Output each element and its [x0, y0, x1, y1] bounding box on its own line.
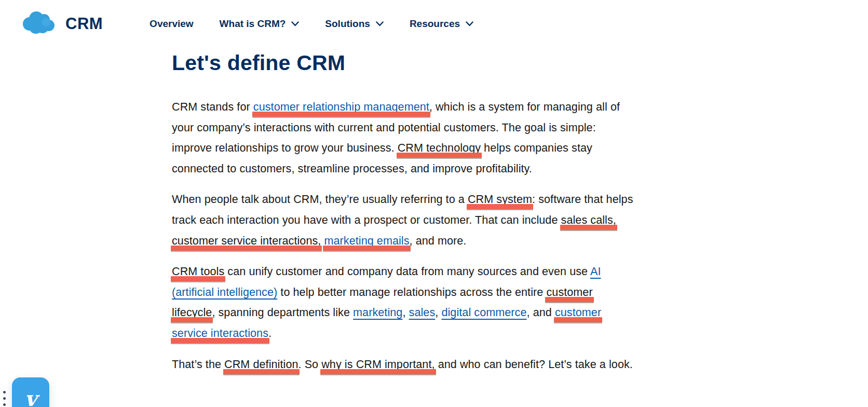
body-text: When people talk about CRM, they’re usua…	[172, 193, 468, 206]
body-text: connected to customers, streamline proce…	[172, 162, 532, 175]
paragraph: CRM stands for customer relationship man…	[172, 97, 735, 179]
inline-link[interactable]: AI	[590, 265, 601, 278]
nav-item-overview[interactable]: Overview	[150, 18, 194, 30]
nav-item-label: Overview	[150, 18, 194, 30]
nav-item-label: Solutions	[325, 18, 370, 30]
body-text: track each interaction you have with a p…	[172, 214, 561, 226]
red-underlined-text: lifecycle	[172, 306, 212, 319]
body-text: That’s the	[172, 358, 224, 371]
inline-link[interactable]: (artificial intelligence)	[172, 286, 277, 299]
page-title: Let's define CRM	[172, 51, 735, 75]
inline-link[interactable]: digital commerce	[441, 306, 526, 319]
body-text: ,	[402, 306, 409, 319]
chevron-down-icon	[376, 21, 384, 26]
brand-title: CRM	[65, 15, 103, 33]
body-text: your company’s interactions with current…	[172, 121, 596, 134]
body-text: , and more.	[410, 235, 467, 247]
body-text: , which is a system for managing all of	[429, 101, 620, 113]
red-underlined-text: CRM technology	[398, 142, 481, 154]
body-text: helps companies stay	[481, 142, 592, 154]
nav-item-label: Resources	[410, 18, 460, 30]
article-body: CRM stands for customer relationship man…	[172, 97, 735, 375]
body-text: to help better manage relationships acro…	[277, 286, 546, 299]
body-text: , spanning departments like	[212, 306, 353, 319]
inline-link[interactable]: customer relationship management	[253, 101, 429, 113]
body-text: and who can benefit? Let’s take a look.	[435, 358, 633, 371]
red-underlined-text: CRM tools	[172, 265, 224, 278]
inline-link[interactable]: marketing emails	[324, 235, 409, 247]
nav-item-solutions[interactable]: Solutions	[325, 18, 384, 30]
vimeo-video-button[interactable]: v	[12, 377, 49, 407]
red-underlined-text: sales calls,	[561, 214, 616, 226]
main-nav: Overview What is CRM? Solutions Resource…	[150, 18, 499, 30]
paragraph: That’s the CRM definition. So why is CRM…	[172, 355, 735, 375]
inline-link[interactable]: service interactions	[172, 327, 268, 340]
main-content: Let's define CRM CRM stands for customer…	[172, 51, 735, 375]
body-text: improve relationships to grow your busin…	[172, 142, 398, 154]
inline-link[interactable]: sales	[409, 306, 436, 319]
red-underlined-text: customer	[546, 286, 592, 299]
nav-item-resources[interactable]: Resources	[410, 18, 473, 30]
body-text: , and	[527, 306, 555, 319]
chevron-down-icon	[291, 21, 299, 26]
body-text: ,	[435, 306, 441, 319]
red-underlined-text: customer service interactions,	[172, 235, 321, 247]
red-underlined-text: CRM system	[468, 193, 532, 206]
paragraph: When people talk about CRM, they’re usua…	[172, 189, 735, 251]
paragraph: CRM tools can unify customer and company…	[172, 262, 735, 344]
red-underlined-text: CRM definition	[224, 358, 298, 371]
chevron-down-icon	[466, 21, 473, 26]
nav-item-what-is-crm[interactable]: What is CRM?	[220, 18, 300, 30]
vimeo-v-icon: v	[12, 388, 49, 407]
body-text: can unify customer and company data from…	[224, 265, 590, 278]
brand[interactable]: CRM	[21, 9, 103, 38]
inline-link[interactable]: customer	[555, 306, 601, 319]
red-underlined-text: why is CRM important,	[321, 358, 435, 371]
inline-link[interactable]: marketing	[353, 306, 402, 319]
body-text: CRM stands for	[172, 101, 253, 113]
salesforce-cloud-logo-icon	[21, 9, 56, 38]
body-text: : software that helps	[532, 193, 633, 206]
site-header: CRM Overview What is CRM? Solutions Reso…	[0, 0, 868, 48]
drag-handle-dots-icon[interactable]	[3, 391, 6, 406]
nav-item-label: What is CRM?	[220, 18, 286, 30]
body-text: . So	[299, 358, 322, 371]
